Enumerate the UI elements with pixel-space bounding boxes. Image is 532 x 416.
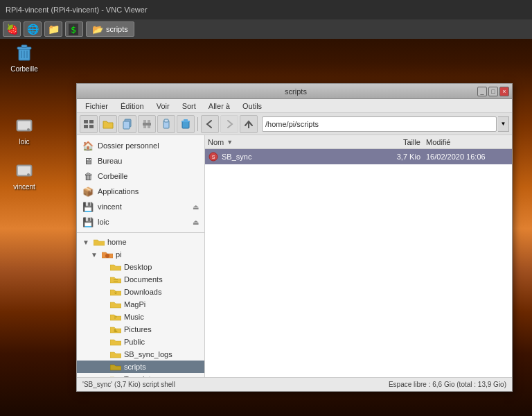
tb-back-btn[interactable]: [201, 115, 219, 133]
svg-rect-13: [89, 120, 94, 123]
folder-icon-desktop: [110, 262, 121, 272]
taskbar-raspberry-btn[interactable]: 🍓: [3, 21, 21, 37]
globe-icon: 🌐: [27, 24, 39, 35]
tb-view-list-btn[interactable]: [80, 115, 98, 133]
fm-titlebar: scripts _ □ ×: [77, 84, 512, 99]
folder-icon-magpi: [110, 300, 121, 309]
tb-separator-1: [197, 117, 198, 131]
svg-point-11: [27, 173, 30, 176]
folder-icon: 📁: [48, 24, 60, 35]
file-manager-window: scripts _ □ × Fichier Édition Voir Sort …: [76, 83, 513, 392]
taskbar-scripts-btn[interactable]: 📂 scripts: [86, 21, 134, 37]
vincent-drive-icon: [13, 159, 35, 182]
menu-aller-a[interactable]: Aller à: [203, 101, 236, 112]
tree-item-pictures[interactable]: Pictures: [77, 323, 204, 336]
script-file-icon: S: [208, 151, 219, 162]
sidebar-item-corbeille[interactable]: 🗑 Corbeille: [77, 168, 204, 184]
taskbar-terminal-btn[interactable]: $: [65, 21, 83, 37]
fm-close-btn[interactable]: ×: [499, 87, 509, 96]
svg-rect-14: [84, 125, 88, 128]
fm-title: scripts: [114, 87, 477, 96]
col-header-size[interactable]: Taille: [371, 138, 426, 146]
sort-arrow: ▼: [227, 139, 233, 146]
desktop-icon-loic[interactable]: loic: [3, 114, 45, 146]
svg-rect-20: [143, 123, 151, 125]
col-name-label: Nom: [208, 138, 224, 146]
fm-address-dropdown[interactable]: ▼: [498, 116, 509, 132]
folder-icon-music: [110, 312, 121, 322]
tree-item-desktop[interactable]: Desktop: [77, 261, 204, 273]
tb-forward-btn[interactable]: [220, 115, 238, 133]
svg-rect-12: [84, 120, 88, 123]
tb-paste-btn[interactable]: [157, 115, 175, 133]
taskbar-scripts-label: scripts: [106, 25, 128, 33]
tree-label-downloads: Downloads: [124, 288, 161, 296]
tree-item-documents[interactable]: Documents: [77, 273, 204, 286]
menu-fichier[interactable]: Fichier: [80, 101, 114, 112]
folder-icon-scripts: [110, 362, 121, 372]
eject-icon-loic: ⏏: [193, 218, 199, 226]
desktop-icon-vincent[interactable]: vincent: [3, 159, 45, 191]
svg-rect-15: [89, 125, 94, 128]
desktop: RPi4-vincent (RPi4-vincent) - VNC Viewer…: [0, 0, 532, 416]
tb-cut-btn[interactable]: [138, 115, 156, 133]
sidebar-item-loic[interactable]: 💾 loic ⏏: [77, 214, 204, 229]
menu-sort[interactable]: Sort: [177, 101, 202, 112]
desktop-icon-sm: 🖥: [82, 155, 94, 166]
tree-label-music: Music: [124, 313, 144, 321]
svg-rect-29: [114, 281, 118, 281]
menu-outils[interactable]: Outils: [237, 101, 267, 112]
tree-item-magpi[interactable]: MagPi: [77, 298, 204, 311]
sidebar-label-loic: loic: [98, 218, 109, 226]
fm-content: 🏠 Dossier personnel 🖥 Bureau 🗑 Corbeille…: [77, 135, 512, 377]
tb-new-folder-btn[interactable]: [99, 115, 117, 133]
tb-up-btn[interactable]: [240, 115, 258, 133]
tree-item-scripts[interactable]: scripts: [77, 361, 204, 373]
svg-text:S: S: [212, 155, 215, 159]
col-header-name[interactable]: Nom ▼: [208, 138, 371, 146]
fm-filelist-body: S SB_sync 3,7 Kio 16/02/2020 16:06: [205, 149, 512, 377]
fm-address-bar[interactable]: /home/pi/scripts: [262, 116, 497, 132]
folder-icon-downloads: [110, 287, 121, 297]
sidebar-label-applications: Applications: [98, 187, 139, 196]
sidebar-item-vincent[interactable]: 💾 vincent ⏏: [77, 199, 204, 214]
tb-copy-btn[interactable]: [118, 115, 136, 133]
corbeille-label: Corbeille: [10, 65, 37, 73]
tree-item-downloads[interactable]: Downloads: [77, 286, 204, 298]
taskbar-folder-btn[interactable]: 📁: [44, 21, 62, 37]
tree-toggle-home: ▼: [82, 239, 91, 246]
svg-rect-25: [184, 119, 188, 121]
taskbar-browser-btn[interactable]: 🌐: [24, 21, 42, 37]
fm-statusbar: 'SB_sync' (3,7 Kio) script shell Espace …: [77, 377, 512, 391]
menu-edition[interactable]: Édition: [115, 101, 150, 112]
tb-delete-btn[interactable]: [177, 115, 195, 133]
col-header-modified[interactable]: Modifié: [426, 138, 509, 146]
fm-filelist: Nom ▼ Taille Modifié: [205, 135, 512, 377]
tree-item-sb-sync-logs[interactable]: SB_sync_logs: [77, 348, 204, 361]
sidebar-item-bureau[interactable]: 🖥 Bureau: [77, 153, 204, 168]
sidebar-item-applications[interactable]: 📦 Applications: [77, 184, 204, 199]
svg-point-27: [105, 254, 109, 258]
menu-voir[interactable]: Voir: [151, 101, 175, 112]
folder-icon-pictures: [110, 324, 121, 334]
file-size-sb-sync: 3,7 Kio: [371, 153, 426, 161]
svg-rect-28: [114, 279, 118, 280]
status-disk-info: Espace libre : 6,6 Gio (total : 13,9 Gio…: [389, 381, 506, 388]
tree-label-desktop: Desktop: [124, 263, 152, 271]
sidebar-item-dossier-personnel[interactable]: 🏠 Dossier personnel: [77, 138, 204, 153]
fm-maximize-btn[interactable]: □: [488, 87, 498, 96]
fm-minimize-btn[interactable]: _: [477, 87, 487, 96]
file-row-sb-sync[interactable]: S SB_sync 3,7 Kio 16/02/2020 16:06: [205, 149, 512, 164]
tree-label-home: home: [107, 238, 127, 246]
tree-item-public[interactable]: Public: [77, 336, 204, 348]
folder-icon-sb-sync-logs: [110, 349, 121, 359]
terminal-icon: $: [69, 24, 78, 35]
sidebar-label-bureau: Bureau: [98, 157, 122, 165]
tree-item-music[interactable]: Music: [77, 311, 204, 323]
svg-rect-24: [181, 121, 190, 122]
status-file-info: 'SB_sync' (3,7 Kio) script shell: [82, 381, 175, 388]
tree-item-pi[interactable]: ▼ pi: [77, 248, 204, 261]
desktop-icon-corbeille[interactable]: Corbeille: [3, 42, 45, 73]
tree-item-home[interactable]: ▼ home: [77, 236, 204, 248]
sidebar-label-vincent: vincent: [98, 202, 122, 211]
